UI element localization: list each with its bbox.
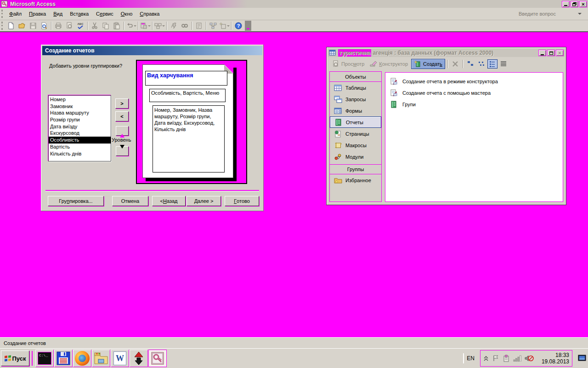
back-button[interactable]: < Назад [152, 196, 186, 206]
quicklaunch-updown[interactable] [130, 350, 148, 367]
office-links-button[interactable] [140, 21, 151, 31]
large-icons-icon [467, 61, 474, 67]
menu-edit[interactable]: Правка [25, 9, 50, 18]
database-window-icon [329, 49, 336, 57]
clock[interactable]: 18:33 19.08.2013 [537, 352, 569, 365]
language-indicator[interactable]: EN [463, 353, 477, 363]
list-view-button[interactable] [487, 59, 498, 69]
properties-button[interactable] [193, 21, 204, 31]
menu-insert[interactable]: Вставка [66, 9, 92, 18]
list-item-new-report-wizard[interactable]: Создание отчета с помощью мастера [385, 87, 563, 98]
finish-button[interactable]: Готово [225, 196, 259, 206]
open-button[interactable] [17, 21, 28, 31]
quicklaunch-word[interactable]: W [111, 350, 129, 367]
field-item-selected[interactable]: Особливість [49, 137, 111, 144]
spelling-button[interactable]: ABC [75, 21, 86, 31]
grouping-options-button[interactable]: Группировка... [48, 196, 104, 206]
sidebar-item-queries[interactable]: Запросы [330, 93, 381, 105]
quicklaunch-files[interactable] [92, 350, 110, 367]
field-item[interactable]: Дата виїзду [49, 123, 111, 130]
undo-button[interactable] [125, 21, 136, 31]
list-item-report-grupy[interactable]: Групи [385, 98, 563, 110]
next-button[interactable]: Далее > [187, 196, 221, 206]
print-button[interactable] [53, 21, 64, 31]
sidebar-item-favorites[interactable]: Избранное [330, 174, 381, 186]
toolbar-options-button[interactable] [245, 21, 251, 31]
hyperlink-button[interactable] [179, 21, 190, 31]
field-item[interactable]: Замовник [49, 103, 111, 110]
start-button[interactable]: Пуск [1, 351, 29, 366]
details-view-button[interactable] [498, 59, 509, 69]
new-object-button[interactable] [219, 21, 230, 31]
field-item[interactable]: Розмір групи [49, 116, 111, 123]
minimize-button[interactable] [562, 1, 570, 7]
sidebar-item-tables[interactable]: Таблицы [330, 82, 381, 93]
code-button[interactable] [168, 21, 179, 31]
window-title: Microsoft Access [10, 1, 56, 7]
sidebar-item-macros[interactable]: Макросы [330, 139, 381, 151]
priority-up-button[interactable] [116, 126, 129, 136]
priority-down-button[interactable] [116, 146, 129, 156]
cancel-button[interactable]: Отмена [112, 196, 148, 206]
save-button[interactable] [28, 21, 39, 31]
file-search-button[interactable] [39, 21, 50, 31]
menu-window[interactable]: Окно [117, 9, 136, 18]
paste-button[interactable] [111, 21, 122, 31]
quicklaunch-access-active[interactable] [148, 350, 167, 367]
db-minimize-button[interactable] [538, 50, 546, 56]
quicklaunch-cmd[interactable]: C:\_ [35, 350, 54, 367]
add-group-button[interactable]: > [115, 98, 129, 109]
db-delete-button[interactable] [450, 59, 460, 69]
db-preview-button[interactable]: Просмотр [330, 59, 367, 69]
relationships-button[interactable] [208, 21, 219, 31]
menu-view[interactable]: Вид [50, 9, 66, 18]
tray-flag-icon[interactable] [492, 355, 499, 362]
menu-help[interactable]: Справка [136, 9, 163, 18]
db-close-button[interactable]: × [556, 50, 564, 56]
sidebar-item-forms[interactable]: Формы [330, 105, 381, 116]
tray-clipboard-icon[interactable] [503, 355, 510, 362]
show-desktop-icon[interactable] [578, 355, 586, 362]
remove-group-button[interactable]: < [115, 111, 129, 121]
menu-file[interactable]: Файл [6, 9, 25, 18]
toolbar-drag-handle[interactable] [1, 22, 4, 30]
ask-question-dropdown-icon[interactable] [578, 13, 582, 15]
large-icons-view-button[interactable] [465, 59, 475, 69]
db-maximize-button[interactable] [547, 50, 555, 56]
restore-button[interactable] [571, 1, 578, 7]
new-button[interactable] [6, 21, 17, 31]
ask-question-box[interactable]: Введите вопрос [519, 11, 582, 17]
analyze-button[interactable] [154, 21, 165, 31]
status-bar: Создание отчетов [0, 337, 588, 348]
menubar-drag-handle[interactable] [1, 10, 4, 18]
field-item[interactable]: Вартість [49, 144, 111, 150]
details-view-icon [500, 61, 507, 67]
field-item[interactable]: Кількість днів [49, 150, 111, 157]
sidebar-item-reports[interactable]: Отчеты [330, 116, 381, 128]
up-down-arrows-icon [133, 351, 145, 366]
help-button[interactable]: ? [233, 21, 244, 31]
quicklaunch-firefox[interactable] [73, 350, 91, 367]
sidebar-item-pages[interactable]: Страницы [330, 128, 381, 139]
tray-volume-muted-icon[interactable] [525, 355, 534, 362]
quicklaunch-floppy[interactable] [54, 350, 73, 367]
tray-signal-icon[interactable] [513, 355, 521, 362]
tables-icon [334, 84, 342, 92]
field-item[interactable]: Номер [49, 96, 111, 103]
tray-chevron-icon[interactable] [483, 355, 489, 362]
close-button[interactable]: × [579, 1, 587, 7]
list-item-new-report-design[interactable]: Создание отчета в режиме конструктора [385, 75, 563, 87]
menu-tools[interactable]: Сервис [92, 9, 117, 18]
db-create-button[interactable]: Создать [411, 59, 445, 69]
level-label: Уровень [112, 137, 131, 143]
cut-button[interactable] [89, 21, 100, 31]
field-listbox[interactable]: Номер Замовник Назва маршруту Розмір гру… [48, 95, 111, 161]
small-icons-view-button[interactable] [476, 59, 486, 69]
queries-icon [334, 95, 342, 104]
field-item[interactable]: Назва маршруту [49, 109, 111, 116]
db-design-button[interactable]: Конструктор [368, 59, 410, 69]
sidebar-item-modules[interactable]: Модули [330, 151, 381, 162]
print-preview-button[interactable] [64, 21, 75, 31]
copy-button[interactable] [100, 21, 111, 31]
field-item[interactable]: Екскурсовод [49, 130, 111, 137]
